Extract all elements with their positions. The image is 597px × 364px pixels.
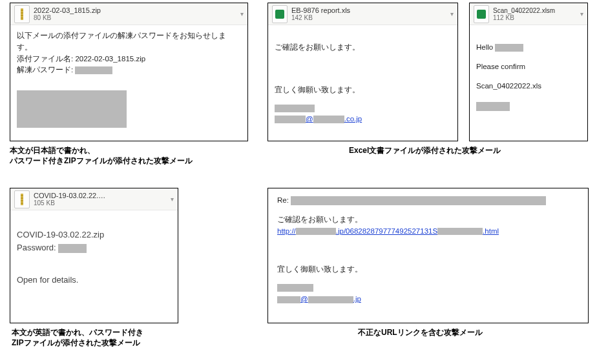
phishing-url-link[interactable]: http://.jp/068282879777492527131S.html bbox=[277, 226, 579, 238]
email-body: 以下メールの添付ファイルの解凍パスワードをお知らせします。 添付ファイル名: 2… bbox=[10, 25, 247, 134]
email-body: ご確認をお願いします。 宜しく御願い致します。 @.co.jp bbox=[268, 25, 457, 132]
redacted-text bbox=[277, 284, 313, 292]
body-line: COVID-19-03.02.22.zip bbox=[17, 228, 171, 241]
attachment-name: EB-9876 report.xls bbox=[291, 6, 350, 14]
attachment-meta: COVID-19-03.02.22.… 105 KB bbox=[34, 192, 105, 207]
email-body: COVID-19-03.02.22.zip Password: Open for… bbox=[10, 210, 178, 293]
redacted-text bbox=[75, 66, 112, 74]
attachment-size: 80 KB bbox=[34, 14, 101, 21]
redacted-text bbox=[495, 44, 523, 52]
signature: @.co.jp bbox=[275, 103, 451, 126]
body-line: Password: bbox=[17, 241, 171, 254]
body-line: 解凍パスワード: bbox=[17, 65, 241, 76]
email-panel-url: Re: ご確認をお願いします。 http://.jp/0682828797774… bbox=[267, 188, 589, 323]
caption-zip-en: 本文が英語で書かれ、パスワード付き ZIPファイルが添付された攻撃メール bbox=[12, 327, 180, 348]
attachment-bar[interactable]: 2022-02-03_1815.zip 80 KB ▾ bbox=[10, 3, 247, 25]
attachment-bar[interactable]: EB-9876 report.xls 142 KB ▾ bbox=[268, 3, 457, 25]
chevron-down-icon[interactable]: ▾ bbox=[580, 10, 583, 17]
attachment-size: 142 KB bbox=[291, 14, 350, 21]
body-line: ご確認をお願いします。 bbox=[275, 42, 451, 54]
chevron-down-icon[interactable]: ▾ bbox=[240, 10, 244, 17]
subject-line: Re: bbox=[277, 195, 579, 207]
email-link[interactable]: @.jp bbox=[277, 295, 361, 303]
attachment-meta: 2022-02-03_1815.zip 80 KB bbox=[34, 6, 101, 21]
redacted-text bbox=[58, 244, 87, 253]
email-panel-xls-1: EB-9876 report.xls 142 KB ▾ ご確認をお願いします。 … bbox=[267, 3, 458, 141]
redacted-text bbox=[476, 102, 510, 111]
body-line: Open for details. bbox=[17, 274, 171, 287]
attachment-name: 2022-02-03_1815.zip bbox=[34, 6, 101, 14]
redacted-block bbox=[17, 90, 127, 128]
caption-zip-jp: 本文が日本語で書かれ、 パスワード付きZIPファイルが添付された攻撃メール bbox=[10, 145, 216, 166]
email-body: Re: ご確認をお願いします。 http://.jp/0682828797774… bbox=[268, 188, 588, 312]
attachment-meta: EB-9876 report.xls 142 KB bbox=[291, 6, 350, 21]
body-line: ご確認をお願いします。 bbox=[277, 214, 579, 226]
xls-icon bbox=[272, 5, 288, 23]
body-line: Please confirm bbox=[476, 61, 581, 73]
attachment-name: Scan_04022022.xlsm bbox=[493, 7, 555, 14]
caption-excel: Excel文書ファイルが添付された攻撃メール bbox=[349, 145, 501, 156]
zip-icon bbox=[14, 190, 30, 208]
zip-icon bbox=[14, 5, 30, 23]
body-line: Scan_04022022.xls bbox=[476, 81, 581, 92]
email-panel-zip-en: COVID-19-03.02.22.… 105 KB ▾ COVID-19-03… bbox=[10, 188, 178, 323]
body-line: 添付ファイル名: 2022-02-03_1815.zip bbox=[17, 54, 241, 65]
body-line: 宜しく御願い致します。 bbox=[275, 85, 451, 96]
attachment-size: 112 KB bbox=[493, 14, 555, 21]
redacted-text bbox=[291, 196, 546, 205]
attachment-bar[interactable]: Scan_04022022.xlsm 112 KB ▾ bbox=[470, 3, 587, 25]
signature: @.jp bbox=[277, 282, 579, 305]
attachment-size: 105 KB bbox=[34, 199, 105, 207]
xls-icon bbox=[474, 5, 489, 23]
body-line: 宜しく御願い致します。 bbox=[277, 264, 579, 276]
email-body: Hello Please confirm Scan_04022022.xls bbox=[470, 25, 587, 119]
attachment-meta: Scan_04022022.xlsm 112 KB bbox=[493, 7, 555, 21]
email-panel-xlsm: Scan_04022022.xlsm 112 KB ▾ Hello Please… bbox=[469, 3, 588, 141]
chevron-down-icon[interactable]: ▾ bbox=[450, 10, 454, 17]
attachment-name: COVID-19-03.02.22.… bbox=[34, 192, 105, 199]
caption-url: 不正なURLリンクを含む攻撃メール bbox=[358, 327, 483, 338]
email-link[interactable]: @.co.jp bbox=[275, 115, 362, 123]
chevron-down-icon[interactable]: ▾ bbox=[171, 196, 174, 203]
body-line: Hello bbox=[476, 42, 581, 54]
attachment-bar[interactable]: COVID-19-03.02.22.… 105 KB ▾ bbox=[10, 188, 178, 210]
body-line: 以下メールの添付ファイルの解凍パスワードをお知らせします。 bbox=[17, 30, 241, 54]
email-panel-zip-jp: 2022-02-03_1815.zip 80 KB ▾ 以下メールの添付ファイル… bbox=[10, 3, 248, 141]
redacted-text bbox=[275, 105, 315, 112]
